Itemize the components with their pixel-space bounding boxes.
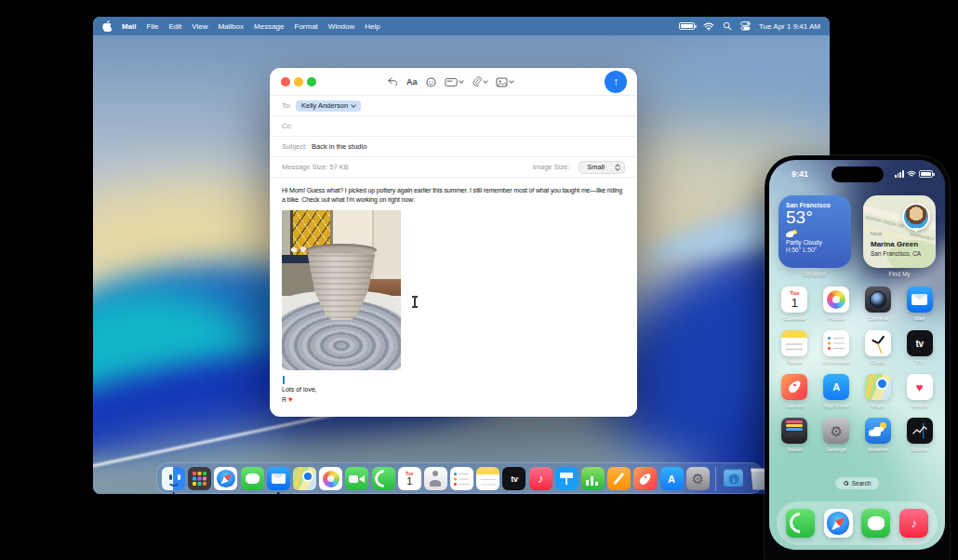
dock-facetime[interactable] (345, 467, 368, 490)
minimize-button[interactable] (294, 77, 303, 87)
dock-numbers[interactable] (581, 467, 605, 490)
app-games[interactable]: Games (774, 374, 816, 410)
header-fields-button[interactable] (445, 77, 463, 87)
message-size-text: Message Size: 57 KB (282, 163, 349, 171)
home-search-pill[interactable]: Search (835, 477, 880, 489)
menu-clock[interactable]: Tue Apr 1 9:41 AM (759, 22, 820, 31)
menu-format[interactable]: Format (295, 22, 318, 31)
app-notes[interactable]: Notes (774, 330, 816, 367)
text-cursor (283, 376, 285, 384)
dock-keynote[interactable] (555, 467, 579, 490)
signature-line: R ♥ (282, 394, 625, 405)
phone-dock-messages[interactable] (861, 509, 890, 538)
weather-widget[interactable]: San Francisco 53° Partly Cloudy H:56° L:… (778, 195, 851, 268)
dock-safari[interactable] (214, 467, 237, 490)
emoji-button[interactable] (426, 77, 436, 87)
app-clock[interactable]: Clock (858, 330, 899, 367)
dock-music[interactable]: ♪ (529, 467, 552, 490)
iphone-device: 9:41 San Francisco 53° Partly Cloudy H:5… (765, 155, 950, 560)
iphone-screen: 9:41 San Francisco 53° Partly Cloudy H:5… (769, 160, 945, 550)
send-button[interactable]: ↑ (605, 71, 627, 93)
dock-contacts[interactable] (424, 467, 447, 490)
dock-phone[interactable] (372, 467, 395, 490)
dock-reminders[interactable] (450, 467, 473, 490)
attachment-button[interactable] (472, 76, 487, 87)
app-calendar[interactable]: Tue1Calendar (774, 287, 816, 323)
dock-calendar[interactable]: Tue1 (398, 467, 421, 490)
apple-menu-icon[interactable] (102, 20, 112, 32)
dock-apps[interactable] (188, 467, 211, 490)
dock-mail[interactable] (267, 467, 290, 490)
pottery-photo[interactable] (282, 210, 401, 370)
phone-status-icons (895, 170, 933, 178)
menu-view[interactable]: View (192, 22, 207, 31)
home-screen-grid: Tue1Calendar Photos Camera Mail Notes Re… (774, 287, 940, 454)
app-health[interactable]: ♥Health (898, 374, 940, 410)
dock-finder[interactable] (162, 467, 185, 490)
findmy-widget[interactable]: MARINA GREEN DR MARINA BLV Now Marina Gr… (863, 195, 936, 268)
menu-mailbox[interactable]: Mailbox (218, 22, 244, 31)
menu-help[interactable]: Help (365, 22, 379, 31)
phone-dock-music[interactable]: ♪ (899, 509, 928, 538)
dock-settings[interactable]: ⚙ (686, 467, 710, 490)
partly-cloudy-icon (786, 230, 797, 237)
undo-icon[interactable] (387, 77, 398, 87)
dock-tv[interactable]: tv (502, 467, 526, 490)
body-paragraph: Hi Mom! Guess what? I picked up pottery … (282, 187, 622, 203)
dock-messages[interactable] (241, 467, 264, 490)
phone-dock-safari[interactable] (824, 509, 853, 538)
to-field[interactable]: To: Kelly Anderson (270, 96, 637, 116)
mail-compose-window: Aa ↑ (270, 68, 637, 417)
phone-wifi-icon (907, 170, 916, 178)
menu-edit[interactable]: Edit (168, 22, 181, 31)
app-tv[interactable]: tvTV (898, 330, 940, 367)
phone-dock-phone[interactable] (786, 509, 815, 538)
subject-label: Subject: (282, 142, 307, 151)
close-button[interactable] (281, 77, 290, 87)
recipient-chevron-icon (351, 102, 356, 108)
app-wallet[interactable]: Wallet (774, 418, 816, 454)
cc-field[interactable]: Cc: (270, 116, 637, 137)
image-size-select[interactable]: Small (579, 161, 625, 174)
dock-appstore[interactable]: A (660, 467, 684, 490)
app-mail[interactable]: Mail (898, 287, 940, 323)
findmy-place: Marina Green (871, 240, 918, 248)
dock-pages[interactable] (607, 467, 631, 490)
recipient-token[interactable]: Kelly Anderson (296, 100, 361, 112)
subject-field[interactable]: Subject: Back in the studio (270, 137, 637, 157)
menu-window[interactable]: Window (328, 22, 354, 31)
format-text-button[interactable]: Aa (406, 77, 418, 87)
battery-icon[interactable] (679, 22, 695, 30)
desktop-canvas: Mail File Edit View Mailbox Message Form… (0, 0, 958, 560)
menu-bar: Mail File Edit View Mailbox Message Form… (93, 17, 830, 35)
weather-temp: 53° (786, 208, 844, 228)
dock-photos[interactable] (319, 467, 342, 490)
app-reminders[interactable]: Reminders (816, 330, 858, 367)
insert-photo-button[interactable] (496, 77, 513, 87)
mouse-ibeam-cursor (414, 297, 416, 307)
menu-app-name[interactable]: Mail (122, 22, 137, 31)
wifi-icon[interactable] (703, 22, 714, 31)
dock-games[interactable] (633, 467, 657, 490)
spotlight-search-icon[interactable] (723, 21, 732, 31)
message-body[interactable]: Hi Mom! Guess what? I picked up pottery … (270, 178, 637, 370)
dock-notes[interactable] (476, 467, 499, 490)
app-stocks[interactable]: Stocks (898, 418, 940, 454)
window-titlebar[interactable]: Aa ↑ (270, 68, 637, 96)
app-settings[interactable]: ⚙Settings (816, 418, 858, 454)
app-maps[interactable]: Maps (858, 374, 899, 410)
app-photos[interactable]: Photos (816, 287, 858, 323)
subject-value: Back in the studio (312, 142, 366, 151)
dock-maps[interactable] (293, 467, 316, 490)
zoom-button[interactable] (307, 77, 316, 87)
cc-label: Cc: (282, 122, 292, 130)
control-center-icon[interactable] (740, 21, 751, 31)
menu-message[interactable]: Message (254, 22, 284, 31)
app-appstore[interactable]: AApp Store (816, 374, 858, 410)
menu-file[interactable]: File (147, 22, 159, 31)
app-camera[interactable]: Camera (858, 287, 899, 323)
dock-downloads-folder[interactable]: ↓ (722, 467, 745, 490)
weather-condition: Partly Cloudy (786, 239, 844, 246)
dynamic-island (832, 167, 884, 182)
app-weather[interactable]: Weather (858, 418, 899, 454)
